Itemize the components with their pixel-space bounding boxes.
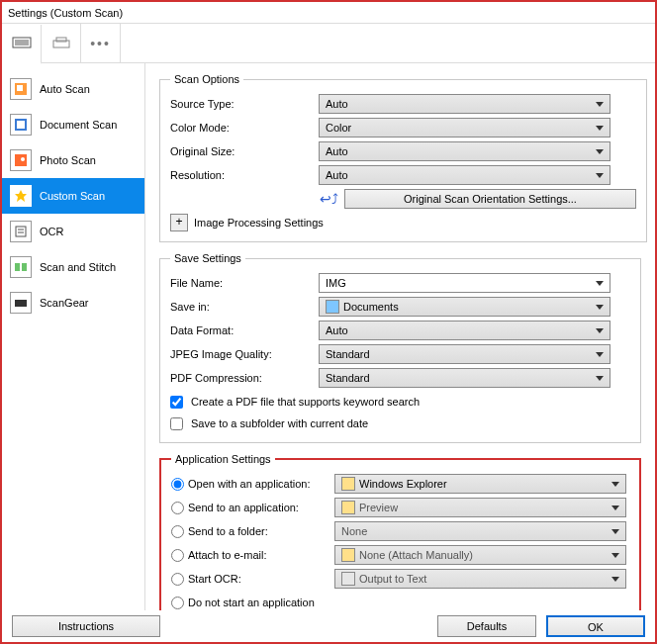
send-folder-select[interactable]: None — [334, 521, 626, 541]
color-mode-label: Color Mode: — [170, 122, 319, 134]
scan-options-group: Scan Options Source Type: Auto Color Mod… — [159, 73, 647, 242]
toolbar-tabs: ••• — [2, 24, 121, 62]
sidebar: Auto Scan Document Scan Photo Scan Custo… — [2, 63, 145, 610]
do-not-start-radio[interactable] — [171, 597, 184, 609]
svg-rect-14 — [15, 263, 20, 271]
svg-rect-7 — [17, 121, 25, 129]
save-in-label: Save in: — [170, 301, 319, 313]
defaults-button[interactable]: Defaults — [437, 615, 536, 637]
start-ocr-radio[interactable] — [171, 573, 184, 586]
save-in-select[interactable]: Documents — [319, 297, 610, 317]
instructions-button[interactable]: Instructions — [12, 615, 160, 637]
data-format-label: Data Format: — [170, 324, 319, 336]
application-settings-legend: Application Settings — [171, 453, 275, 465]
sidebar-item-label: Photo Scan — [40, 154, 96, 166]
body: Auto Scan Document Scan Photo Scan Custo… — [2, 63, 655, 610]
scangear-icon — [10, 292, 32, 314]
color-mode-select[interactable]: Color — [319, 118, 610, 138]
source-type-label: Source Type: — [170, 98, 319, 110]
folder-icon — [326, 300, 339, 314]
original-size-label: Original Size: — [170, 145, 319, 157]
save-settings-group: Save Settings File Name: IMG Save in: Do… — [159, 252, 641, 443]
svg-rect-5 — [17, 85, 23, 91]
svg-rect-1 — [15, 40, 29, 46]
jpeg-quality-label: JPEG Image Quality: — [170, 348, 319, 360]
explorer-icon — [341, 477, 355, 491]
file-name-label: File Name: — [170, 277, 319, 289]
sidebar-item-label: Scan and Stitch — [40, 261, 116, 273]
custom-scan-icon — [10, 185, 32, 207]
subfolder-checkbox[interactable] — [170, 417, 183, 430]
subfolder-label: Save to a subfolder with current date — [191, 417, 368, 429]
sidebar-item-label: OCR — [40, 226, 63, 237]
sidebar-item-label: Auto Scan — [40, 83, 90, 95]
sidebar-item-custom-scan[interactable]: Custom Scan — [2, 178, 144, 214]
more-icon: ••• — [90, 36, 111, 51]
resolution-select[interactable]: Auto — [319, 165, 610, 185]
attach-email-label: Attach to e-mail: — [188, 549, 266, 561]
file-name-input[interactable]: IMG — [319, 273, 610, 293]
send-folder-radio[interactable] — [171, 525, 184, 538]
keyword-search-label: Create a PDF file that supports keyword … — [191, 396, 420, 408]
photo-scan-icon — [10, 149, 32, 171]
send-app-label: Send to an application: — [188, 502, 299, 513]
text-icon — [341, 572, 355, 586]
svg-rect-8 — [15, 154, 27, 166]
pdf-compression-label: PDF Compression: — [170, 372, 319, 384]
orientation-settings-button[interactable]: Original Scan Orientation Settings... — [344, 189, 636, 209]
sidebar-item-auto-scan[interactable]: Auto Scan — [2, 71, 144, 107]
preview-icon — [341, 501, 355, 514]
save-settings-legend: Save Settings — [170, 252, 245, 264]
return-arrow-icon: ↩⤴ — [319, 191, 338, 207]
do-not-start-label: Do not start an application — [188, 597, 315, 608]
sidebar-item-photo-scan[interactable]: Photo Scan — [2, 142, 144, 178]
original-size-select[interactable]: Auto — [319, 141, 610, 161]
keyword-search-checkbox[interactable] — [170, 396, 183, 409]
open-with-select[interactable]: Windows Explorer — [334, 474, 626, 494]
application-settings-group: Application Settings Open with an applic… — [159, 453, 641, 610]
scanner-tab-icon — [12, 37, 32, 50]
main-panel: Scan Options Source Type: Auto Color Mod… — [145, 63, 655, 610]
tab-scan-from-computer[interactable] — [2, 25, 42, 64]
resolution-label: Resolution: — [170, 169, 319, 181]
document-scan-icon — [10, 114, 32, 136]
sidebar-item-ocr[interactable]: OCR — [2, 214, 144, 249]
send-app-radio[interactable] — [171, 502, 184, 514]
ok-button[interactable]: OK — [546, 615, 645, 637]
tab-scan-from-panel[interactable] — [42, 24, 81, 63]
svg-rect-16 — [15, 300, 27, 307]
svg-rect-11 — [16, 227, 26, 236]
jpeg-quality-select[interactable]: Standard — [319, 344, 610, 364]
start-ocr-select[interactable]: Output to Text — [334, 569, 626, 589]
pdf-compression-select[interactable]: Standard — [319, 368, 610, 388]
footer: Instructions Defaults OK — [2, 610, 655, 642]
attach-email-radio[interactable] — [171, 549, 184, 562]
svg-rect-15 — [22, 263, 27, 271]
attach-email-select[interactable]: None (Attach Manually) — [334, 545, 626, 565]
sidebar-item-scangear[interactable]: ScanGear — [2, 285, 144, 321]
sidebar-item-document-scan[interactable]: Document Scan — [2, 107, 144, 142]
window-title: Settings (Custom Scan) — [8, 7, 123, 19]
sidebar-item-label: Document Scan — [40, 119, 117, 131]
sidebar-item-label: ScanGear — [40, 297, 89, 309]
settings-window: Settings (Custom Scan) ••• Auto Scan Doc… — [0, 0, 657, 644]
scan-options-legend: Scan Options — [170, 73, 243, 85]
open-with-label: Open with an application: — [188, 478, 311, 490]
svg-point-9 — [21, 157, 25, 161]
svg-marker-10 — [15, 190, 27, 202]
ocr-icon — [10, 221, 32, 242]
source-type-select[interactable]: Auto — [319, 94, 610, 114]
printer-tab-icon — [51, 37, 71, 50]
open-with-radio[interactable] — [171, 478, 184, 491]
send-folder-label: Send to a folder: — [188, 525, 268, 537]
data-format-select[interactable]: Auto — [319, 321, 610, 340]
top-toolbar: ••• — [2, 24, 655, 63]
stitch-icon — [10, 256, 32, 278]
expand-image-processing-button[interactable]: + — [170, 214, 188, 231]
send-app-select[interactable]: Preview — [334, 498, 626, 517]
sidebar-item-scan-and-stitch[interactable]: Scan and Stitch — [2, 249, 144, 285]
titlebar: Settings (Custom Scan) — [2, 2, 655, 24]
tab-general[interactable]: ••• — [81, 24, 121, 63]
mail-icon — [341, 548, 355, 562]
image-processing-label: Image Processing Settings — [194, 217, 324, 229]
